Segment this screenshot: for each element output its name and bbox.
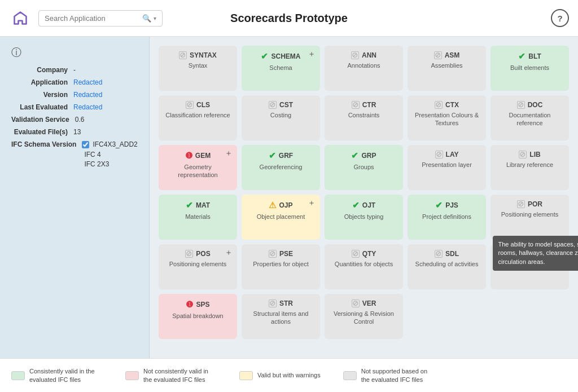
card-code: ⊘ CLS (186, 101, 210, 109)
no-support-icon: ⊘ (518, 250, 526, 258)
card-pse[interactable]: ⊘ PSE Properties for object (242, 244, 320, 289)
card-mat[interactable]: ✔ MAT Materials (159, 195, 237, 240)
card-grp[interactable]: ✔ GRP Groups (325, 145, 403, 190)
card-name: Georeferencing (260, 163, 303, 171)
card-qty[interactable]: ⊘ QTY Quantities for objects (325, 244, 403, 289)
card-name: Structural items and actions (247, 310, 314, 326)
card-name: Presentation Colours & Textures (413, 111, 480, 127)
search-icon[interactable]: 🔍 (142, 14, 151, 23)
card-code: ⊘ SPA (518, 250, 542, 258)
card-spa[interactable]: ⊘ SPA Spaces (491, 244, 569, 289)
expand-plus-icon[interactable]: ＋ (225, 148, 233, 158)
card-asm[interactable]: ⊘ ASM Assemblies (408, 46, 486, 91)
card-code: ✔ GRP (351, 151, 376, 161)
card-name: Quantities for objects (335, 260, 393, 268)
search-bar[interactable]: 🔍 ▾ (38, 10, 163, 27)
expand-plus-icon[interactable]: ＋ (308, 49, 316, 59)
validation-label: Validation Service (11, 116, 75, 124)
card-name: Object placement (257, 213, 305, 221)
card-pjs[interactable]: ✔ PJS Project definitions (408, 195, 486, 240)
warning-icon: ❶ (185, 151, 192, 161)
card-sps[interactable]: ❶ SPS Spatial breakdown (159, 294, 237, 339)
legend-item-0: Consistently valid in the evaluated IFC … (11, 367, 103, 384)
no-support-icon: ⊘ (352, 250, 360, 258)
card-ann[interactable]: ⊘ ANN Annotations (325, 46, 403, 91)
card-blt[interactable]: ✔ BLT Built elements (491, 46, 569, 91)
ifc4x3-checkbox[interactable] (82, 141, 89, 148)
card-code-text: SCHEMA (271, 52, 300, 60)
card-ojp[interactable]: ＋ ⚠ OJP Object placement (242, 195, 320, 240)
main-layout: ⓘ Company - Application Redacted Version… (0, 37, 578, 358)
card-code-text: CLS (196, 101, 210, 109)
card-name: Spatial breakdown (172, 312, 224, 320)
card-code-text: GRP (361, 152, 376, 160)
card-name: Materials (185, 213, 211, 221)
sidebar-ifc-row: IFC Schema Version IFC4X3_ADD2 IFC 4 IFC… (11, 140, 138, 168)
legend-text: Not consistently valid in the evaluated … (143, 367, 217, 384)
expand-plus-icon[interactable]: ＋ (225, 248, 233, 258)
card-code: ✔ BLT (518, 51, 541, 61)
last-evaluated-value[interactable]: Redacted (73, 103, 102, 111)
expand-plus-icon[interactable]: ＋ (308, 198, 316, 208)
card-syntax[interactable]: ⊘ SYNTAX Syntax (159, 46, 237, 91)
card-code-text: OJT (362, 201, 375, 209)
no-support-icon: ⊘ (185, 250, 193, 258)
card-ver[interactable]: ⊘ VER Versioning & Revision Control (325, 294, 403, 339)
search-input[interactable] (45, 14, 142, 23)
card-cls[interactable]: ⊘ CLS Classification reference (159, 95, 237, 140)
card-ctr[interactable]: ⊘ CTR Constraints (325, 95, 403, 140)
card-name: Scheduling of activities (415, 260, 479, 268)
no-support-icon: ⊘ (269, 250, 277, 258)
card-name: Annotations (347, 61, 380, 69)
card-por[interactable]: ⊘ POR Positioning elements The ability t… (491, 195, 569, 240)
files-label: Evaluated File(s) (11, 128, 73, 136)
dropdown-arrow-icon[interactable]: ▾ (154, 15, 156, 21)
application-value[interactable]: Redacted (73, 78, 102, 86)
search-icon-group[interactable]: 🔍 ▾ (142, 14, 156, 23)
card-doc[interactable]: ⊘ DOC Documentation reference (491, 95, 569, 140)
card-code: ⊘ ASM (434, 51, 460, 59)
card-code-text: VER (362, 299, 376, 307)
card-name: Syntax (189, 61, 208, 69)
card-lay[interactable]: ⊘ LAY Presentation layer (408, 145, 486, 190)
sidebar-company-row: Company - (11, 66, 138, 74)
card-code: ⊘ POR (517, 200, 542, 208)
card-name: Schema (269, 64, 292, 72)
card-code: ✔ PJS (435, 200, 458, 210)
ifc-checkbox-row: IFC4X3_ADD2 (82, 140, 137, 148)
card-schema[interactable]: ＋ ✔ SCHEMA Schema (242, 46, 320, 91)
card-pos[interactable]: ＋ ⊘ POS Positioning elements (159, 244, 237, 289)
card-code: ⊘ PSE (269, 250, 293, 258)
card-code: ⊘ POS (185, 250, 210, 258)
card-name: Classification reference (165, 111, 230, 119)
version-value[interactable]: Redacted (73, 91, 102, 99)
no-support-icon: ⊘ (352, 101, 360, 109)
legend-swatch (11, 371, 25, 380)
card-code-text: CST (279, 101, 293, 109)
card-code: ⊘ CST (269, 101, 293, 109)
ifc-options: IFC4X3_ADD2 IFC 4 IFC 2X3 (82, 140, 137, 168)
card-lib[interactable]: ⊘ LIB Library reference (491, 145, 569, 190)
card-ojt[interactable]: ✔ OJT Objects typing (325, 195, 403, 240)
card-code: ⊘ STR (269, 299, 293, 307)
card-code-text: PSE (279, 250, 293, 258)
card-cst[interactable]: ⊘ CST Costing (242, 95, 320, 140)
card-sdl[interactable]: ⊘ SDL Scheduling of activities (408, 244, 486, 289)
card-grf[interactable]: ✔ GRF Georeferencing (242, 145, 320, 190)
card-code-text: SDL (445, 250, 459, 258)
card-name: Spaces (519, 260, 540, 268)
card-code: ⊘ DOC (517, 101, 543, 109)
card-gem[interactable]: ＋ ❶ GEM Geometry representation (159, 145, 237, 190)
card-str[interactable]: ⊘ STR Structural items and actions (242, 294, 320, 339)
help-button[interactable]: ? (551, 9, 569, 27)
last-evaluated-label: Last Evaluated (11, 103, 73, 111)
no-support-icon: ⊘ (269, 299, 277, 307)
home-button[interactable] (9, 7, 32, 29)
card-code-text: SYNTAX (190, 51, 217, 59)
card-code-text: LIB (529, 151, 540, 158)
version-label: Version (11, 91, 73, 99)
no-support-icon: ⊘ (517, 200, 525, 208)
card-ctx[interactable]: ⊘ CTX Presentation Colours & Textures (408, 95, 486, 140)
card-code: ⊘ CTX (435, 101, 459, 109)
legend-swatch (239, 371, 253, 380)
